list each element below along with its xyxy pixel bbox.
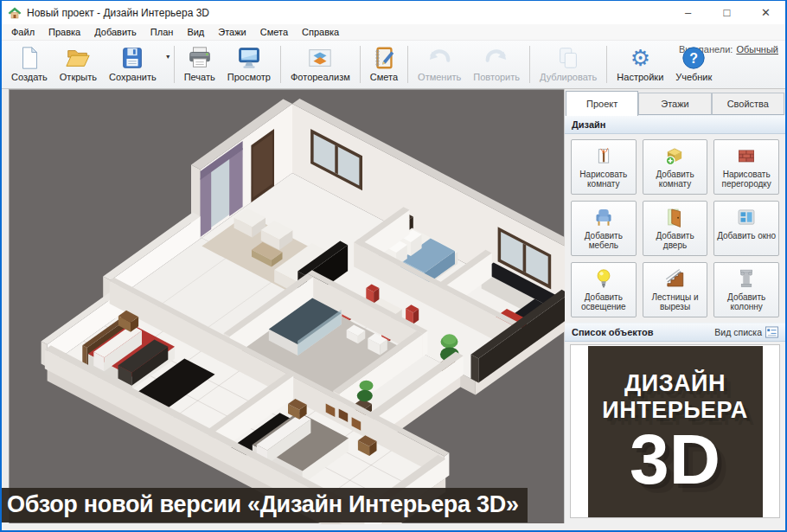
monitor-icon: [236, 45, 262, 71]
design-buttons-grid: Нарисовать комнатуДобавить комнатуНарисо…: [565, 134, 785, 323]
draw-room-icon: [592, 144, 615, 167]
viewport-area: [2, 89, 564, 523]
app-window: Новый проект - Дизайн Интерьера 3D – □ ✕…: [0, 0, 787, 532]
toolbar-button-label: Повторить: [473, 72, 520, 82]
save-dropdown-arrow-icon[interactable]: ▼: [165, 54, 171, 60]
tab-properties[interactable]: Свойства: [712, 93, 784, 115]
window-controls: – □ ✕: [669, 1, 785, 24]
toolbar-button-label: Настройки: [617, 72, 663, 82]
main-content: Проект Этажи Свойства Дизайн Нарисовать …: [2, 89, 785, 523]
menu-item-add[interactable]: Добавить: [87, 25, 144, 39]
toolbar-button-monitor[interactable]: Просмотр: [221, 42, 277, 87]
save-icon: [119, 45, 145, 71]
design-button-label: Добавить колонну: [714, 292, 778, 311]
gear-icon: ⚙: [627, 45, 653, 71]
design-button-label: Добавить комнату: [643, 170, 707, 189]
design-button-add-window[interactable]: Добавить окно: [713, 201, 779, 256]
list-view-label: Вид списка: [714, 327, 762, 337]
toolbar-button-label: Учебник: [675, 72, 712, 82]
toolbar-button-label: Открыть: [60, 72, 97, 82]
close-button[interactable]: ✕: [746, 1, 785, 24]
toolbar-button-photorealism[interactable]: Фотореализм: [285, 42, 356, 87]
side-panel: Проект Этажи Свойства Дизайн Нарисовать …: [564, 89, 785, 523]
design-button-add-room[interactable]: Добавить комнату: [643, 139, 708, 195]
toolbar-separator: [606, 46, 607, 83]
toolbar-button-label: Сохранить: [109, 72, 157, 82]
apartment-3d-render: [10, 90, 565, 524]
tab-project[interactable]: Проект: [566, 91, 638, 116]
stairs-icon: [663, 267, 686, 290]
design-section-title: Дизайн: [572, 119, 605, 130]
menu-item-edit[interactable]: Правка: [42, 25, 87, 39]
design-button-label: Нарисовать комнату: [572, 170, 636, 189]
toolbar-button-help[interactable]: ?Учебник: [669, 42, 718, 87]
tab-floors[interactable]: Этажи: [638, 93, 711, 115]
toolbar-button-notebook[interactable]: Смета: [364, 42, 404, 87]
design-button-stairs[interactable]: Лестницы и вырезы: [643, 262, 708, 317]
maximize-button[interactable]: □: [707, 1, 746, 24]
help-icon: ?: [681, 45, 707, 71]
design-button-label: Лестницы и вырезы: [643, 292, 707, 311]
duplicate-icon: [555, 45, 581, 71]
toolbar-button-printer[interactable]: Печать: [178, 42, 221, 87]
new-document-icon: [16, 45, 42, 71]
toolbar-separator: [174, 46, 175, 83]
undo-icon: [426, 45, 452, 71]
menu-item-plan[interactable]: План: [144, 25, 181, 39]
design-button-draw-room[interactable]: Нарисовать комнату: [571, 139, 637, 195]
design-section-header: Дизайн: [565, 115, 785, 134]
draw-partition-icon: [735, 144, 758, 167]
list-view-icon[interactable]: [765, 326, 778, 338]
design-button-label: Добавить дверь: [643, 231, 707, 250]
menu-item-view[interactable]: Вид: [180, 25, 211, 39]
add-window-icon: [735, 206, 758, 228]
design-button-add-furniture[interactable]: Добавить мебель: [571, 201, 637, 256]
minimize-button[interactable]: –: [669, 1, 707, 24]
toolbar-button-undo[interactable]: Отменить: [412, 42, 467, 87]
objects-list-area[interactable]: ДИЗАЙН ИНТЕРЬЕРА 3D: [570, 344, 780, 518]
toolbar-separator: [529, 46, 530, 83]
printer-icon: [187, 45, 213, 71]
menu-item-estimate[interactable]: Смета: [253, 25, 295, 39]
toolbar-separator: [360, 46, 361, 83]
add-furniture-icon: [592, 206, 615, 228]
toolbar-button-open-folder[interactable]: Открыть: [54, 42, 103, 87]
video-caption-overlay: Обзор новой версии «Дизайн Интерьера 3D»: [2, 488, 528, 522]
design-button-label: Добавить освещение: [572, 292, 636, 311]
viewport-3d[interactable]: [9, 89, 564, 523]
objects-section-title: Список объектов: [572, 327, 653, 337]
toolbar-button-label: Просмотр: [227, 72, 271, 82]
redo-icon: [483, 45, 509, 71]
toolbar-button-new-document[interactable]: Создать: [5, 42, 54, 87]
svg-text:?: ?: [689, 51, 698, 66]
toolbar-separator: [407, 46, 408, 83]
toolbar-separator: [280, 46, 281, 83]
window-title: Новый проект - Дизайн Интерьера 3D: [27, 7, 209, 19]
design-button-add-light[interactable]: Добавить освещение: [571, 262, 637, 317]
add-door-icon: [663, 206, 686, 228]
toolbar-button-gear[interactable]: ⚙Настройки: [611, 42, 669, 87]
design-button-label: Нарисовать перегородку: [714, 170, 778, 189]
add-column-icon: [735, 267, 758, 290]
menu-bar: ФайлПравкаДобавитьПланВидЭтажиСметаСправ…: [2, 24, 785, 41]
add-room-icon: [663, 144, 686, 167]
toolbar-button-label: Отменить: [418, 72, 461, 82]
menu-item-file[interactable]: Файл: [4, 25, 42, 39]
open-folder-icon: [65, 45, 91, 71]
objects-section-header: Список объектов Вид списка: [565, 323, 785, 342]
toolbar-button-duplicate[interactable]: Дублировать: [534, 42, 603, 87]
design-button-draw-partition[interactable]: Нарисовать перегородку: [713, 139, 779, 195]
photorealism-icon: [307, 45, 333, 71]
menu-item-help[interactable]: Справка: [295, 25, 346, 39]
toolbar-button-redo[interactable]: Повторить: [467, 42, 526, 87]
design-button-add-door[interactable]: Добавить дверь: [643, 201, 708, 256]
title-bar[interactable]: Новый проект - Дизайн Интерьера 3D – □ ✕: [2, 1, 785, 24]
panel-view-link[interactable]: Обычный: [736, 44, 778, 54]
menu-item-floors[interactable]: Этажи: [211, 25, 253, 39]
toolbar-button-label: Смета: [370, 72, 398, 82]
toolbar-button-label: Печать: [184, 72, 215, 82]
design-button-add-column[interactable]: Добавить колонну: [713, 262, 779, 317]
toolbar-button-label: Создать: [11, 72, 48, 82]
toolbar-button-label: Фотореализм: [291, 72, 350, 82]
toolbar-button-save[interactable]: ▼Сохранить: [103, 42, 170, 87]
